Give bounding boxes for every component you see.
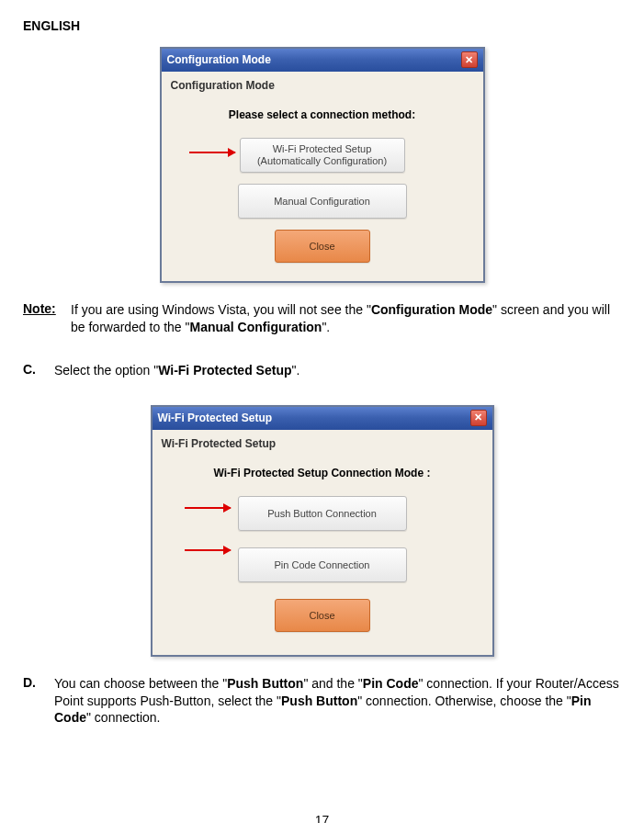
step-letter: C.	[23, 362, 41, 392]
dialog-subtitle: Configuration Mode	[162, 72, 483, 92]
dialog-subtitle: Wi-Fi Protected Setup	[153, 430, 492, 450]
note-label: Note:	[23, 301, 62, 349]
arrow-icon	[185, 549, 231, 551]
figure-config-mode: Configuration Mode ✕ Configuration Mode …	[23, 47, 621, 283]
close-icon[interactable]: ✕	[461, 51, 478, 68]
pin-code-connection-button[interactable]: Pin Code Connection	[238, 547, 407, 582]
close-button[interactable]: Close	[275, 230, 370, 263]
dialog-title: Wi-Fi Protected Setup	[158, 412, 273, 424]
titlebar: Configuration Mode ✕	[162, 49, 483, 72]
dialog-config-mode: Configuration Mode ✕ Configuration Mode …	[160, 47, 485, 283]
button-stack: Wi-Fi Protected Setup (Automatically Con…	[162, 138, 483, 281]
button-stack: Push Button Connection Pin Code Connecti…	[153, 496, 492, 655]
figure-wps: Wi-Fi Protected Setup ✕ Wi-Fi Protected …	[23, 405, 621, 657]
wps-auto-button[interactable]: Wi-Fi Protected Setup (Automatically Con…	[240, 138, 405, 173]
step-letter: D.	[23, 675, 41, 740]
note-paragraph: Note: If you are using Windows Vista, yo…	[23, 301, 621, 349]
dialog-title: Configuration Mode	[167, 53, 271, 66]
button-line1: Wi-Fi Protected Setup	[257, 143, 387, 155]
arrow-icon	[189, 152, 235, 153]
manual-config-button[interactable]: Manual Configuration	[238, 184, 407, 219]
dialog-prompt: Wi-Fi Protected Setup Connection Mode :	[153, 467, 492, 479]
page-number: 17	[23, 813, 621, 823]
push-button-connection-button[interactable]: Push Button Connection	[238, 496, 407, 531]
arrow-icon	[185, 507, 231, 509]
step-c-text: Select the option "Wi-Fi Protected Setup…	[54, 362, 299, 379]
dialog-wps: Wi-Fi Protected Setup ✕ Wi-Fi Protected …	[151, 405, 494, 657]
titlebar: Wi-Fi Protected Setup ✕	[153, 407, 492, 430]
step-d-text: You can choose between the "Push Button"…	[54, 675, 621, 727]
close-button[interactable]: Close	[275, 599, 370, 632]
language-header: ENGLISH	[23, 18, 621, 33]
button-line2: (Automatically Configuration)	[257, 155, 387, 167]
step-d: D. You can choose between the "Push Butt…	[23, 675, 621, 740]
close-icon[interactable]: ✕	[470, 410, 487, 426]
note-text: If you are using Windows Vista, you will…	[71, 301, 621, 336]
step-c: C. Select the option "Wi-Fi Protected Se…	[23, 362, 621, 392]
dialog-prompt: Please select a connection method:	[162, 108, 483, 121]
